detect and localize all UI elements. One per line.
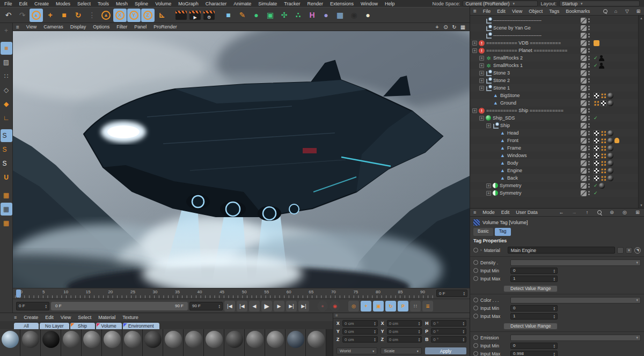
object-menu-bookmarks[interactable]: Bookmarks [566,9,590,14]
edit-enable-toggle[interactable] [581,130,587,136]
animation-dot-icon[interactable] [473,276,478,281]
attribute-tab-basic[interactable]: Basic [473,228,493,236]
panel-split-icon[interactable]: ⊞ [634,210,641,215]
checker-tag-icon[interactable] [594,138,599,144]
menu-render[interactable]: Render [307,1,323,6]
edit-enable-toggle[interactable] [581,175,587,181]
edit-enable-toggle[interactable] [581,168,587,174]
visibility-dots-toggle[interactable] [588,33,590,35]
deformer-icon[interactable]: ✣ [277,9,291,22]
parameter-field-input-min[interactable]: 0▴▾ [510,305,558,312]
menu-select[interactable]: Select [77,1,91,6]
goto-prev-key-button[interactable]: |◀ [237,301,247,312]
stepper-arrows-icon[interactable]: ▴▾ [553,314,555,318]
figure-tag-icon[interactable] [599,63,604,69]
path-filter-icon[interactable]: ⌂ [613,9,618,14]
visibility-dots-toggle[interactable] [588,116,590,117]
lock-workplane-icon[interactable]: ▦ [1,203,12,216]
edit-enable-toggle[interactable] [581,63,587,69]
visibility-dots-toggle[interactable] [588,146,590,147]
rotation-p-field[interactable]: 0 °▴▾ [431,328,466,335]
snap-modeling-icon[interactable]: S [1,143,12,156]
checker-tag-icon[interactable] [594,145,599,151]
scroll-down-icon[interactable]: ▾ [640,203,642,207]
add-cube-icon[interactable]: ■ [222,9,235,22]
object-row-stone-1[interactable]: +Stone 1 [470,84,644,92]
timeline-frame-field[interactable]: 0 F ▴▾ [436,290,467,297]
material-menu-view[interactable]: View [61,315,71,320]
goto-end-button[interactable]: ▶| [298,301,309,312]
stepper-arrows-icon[interactable]: ▴▾ [218,304,220,308]
pen-spline-icon[interactable]: ✎ [236,9,249,22]
expand-toggle-icon[interactable]: + [479,78,484,83]
workplane-icon[interactable]: ▦ [1,189,12,202]
edit-enable-toggle[interactable] [581,85,587,91]
expand-toggle-icon[interactable]: + [479,116,484,121]
dots-tag-icon[interactable] [601,153,606,159]
panel-split-icon[interactable]: ⊞ [636,9,641,14]
expand-toggle-icon[interactable]: + [486,183,491,188]
menu-edit[interactable]: Edit [19,1,28,6]
animation-dot-icon[interactable] [473,298,478,302]
stepper-arrows-icon[interactable]: ▴▾ [463,291,465,295]
channel-gradient-select[interactable]: ▾ [510,259,641,266]
edit-enable-toggle[interactable] [581,93,587,99]
dots-tag-icon[interactable] [601,160,606,166]
checker-tag-icon[interactable] [594,160,599,166]
channel-gradient-select[interactable]: ▾ [510,297,641,303]
viewport-menu-prorender[interactable]: ProRender [153,24,177,29]
viewport-menu-display[interactable]: Display [70,24,86,29]
preview-range-slider[interactable]: 0 F 90 F [51,302,188,310]
material-thumbnail-15[interactable] [286,329,306,356]
parameter-field-input-max[interactable]: 1▴▾ [510,313,558,320]
position-z-field[interactable]: 0 cm▴▾ [342,336,378,343]
position-x-field[interactable]: 0 cm▴▾ [342,320,378,327]
key-pla-button[interactable]: ∷ [410,301,421,312]
animation-dot-icon[interactable] [473,343,478,348]
sphere-tag-icon[interactable] [608,168,613,174]
viewport-zoom-icon[interactable]: ⊙ [442,24,449,30]
pick-object-icon[interactable]: ◥ [634,247,641,254]
visibility-dots-toggle[interactable] [588,48,590,50]
menu-extensions[interactable]: Extensions [330,1,354,6]
attribute-menu-edit[interactable]: Edit [501,210,510,215]
visibility-dots-toggle[interactable] [588,71,590,72]
material-thumbnail-1[interactable] [0,329,20,356]
point-mode-icon[interactable]: ∷ [1,70,12,83]
light-icon[interactable]: ● [361,9,375,22]
render-picture-viewer-icon[interactable]: ▶ [188,9,202,22]
object-row-smallrocks-1[interactable]: +✲SmallRocks 1✓ [470,62,644,69]
edit-enable-toggle[interactable] [581,70,587,76]
checker-tag-icon[interactable] [601,100,606,106]
expand-toggle-icon[interactable]: + [479,56,484,61]
coordinate-system-icon[interactable]: ⊾ [155,9,169,22]
dots-tag-icon[interactable] [601,93,606,99]
edit-enable-toggle[interactable] [581,123,587,129]
viewport-rotate-icon[interactable]: ↻ [451,24,458,30]
record-keyframe-button[interactable]: ● [317,301,328,312]
dots-tag-icon[interactable] [594,100,599,106]
material-thumbnail-16[interactable] [306,329,326,356]
visibility-dots-toggle[interactable] [588,26,590,27]
checker-tag-icon[interactable] [594,153,599,159]
goto-next-key-button[interactable]: ▶| [286,301,297,312]
play-button[interactable]: ▶ [261,301,272,312]
material-tab-environment[interactable]: Environment [123,323,159,329]
layout-select[interactable]: Startup ▾ [559,1,640,6]
expand-toggle-icon[interactable]: + [479,63,484,68]
key-rotation-button[interactable]: ↻ [385,301,396,312]
expand-arrow-icon[interactable]: › [480,248,482,253]
object-row-body[interactable]: ▲Body [470,159,644,167]
edit-enable-toggle[interactable] [581,145,587,151]
sphere-tag-icon[interactable] [608,153,613,159]
checker-tag-icon[interactable] [594,175,599,181]
magnet-icon[interactable]: U [1,171,12,184]
menu-mograph[interactable]: MoGraph [178,1,199,6]
object-row-item[interactable]: ------------------------------ [470,17,644,24]
history-forward-icon[interactable]: → [571,210,577,215]
material-thumbnail-9[interactable] [163,329,184,356]
visibility-dots-toggle[interactable] [588,161,590,162]
current-frame-field[interactable]: 0 F ▴▾ [16,302,49,310]
material-thumbnail-13[interactable] [245,329,265,356]
stepper-arrows-icon[interactable]: ▴▾ [419,329,420,333]
